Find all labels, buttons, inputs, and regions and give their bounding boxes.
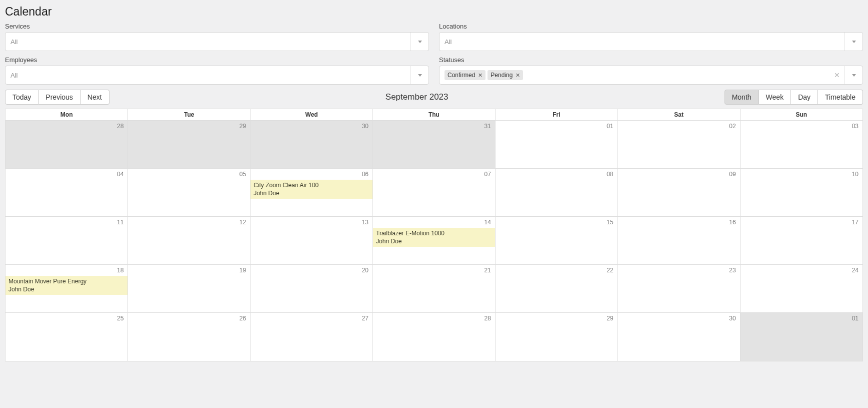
employees-dropdown-indicator[interactable] [410,66,428,84]
calendar-day-cell[interactable]: 20 [250,265,373,313]
calendar-day-cell[interactable]: 11 [6,217,128,265]
employees-placeholder: All [10,72,18,79]
calendar-day-cell[interactable]: 01 [740,313,862,361]
calendar-day-cell[interactable]: 14Trailblazer E-Motion 1000John Doe [373,217,496,265]
calendar-day-cell[interactable]: 18Mountain Mover Pure EnergyJohn Doe [6,265,128,313]
statuses-filter-group: Statuses Confirmed ✕ Pending ✕ ✕ [439,56,863,85]
calendar-day-cell[interactable]: 30 [250,121,373,169]
calendar-event[interactable]: Trailblazer E-Motion 1000John Doe [373,228,495,247]
locations-dropdown-indicator[interactable] [844,33,862,51]
calendar-day-cell[interactable]: 23 [618,265,740,313]
calendar-day-cell[interactable]: 29 [128,121,250,169]
calendar-day-cell[interactable]: 28 [373,313,496,361]
statuses-clear-icon[interactable]: ✕ [830,66,844,84]
calendar-day-cell[interactable]: 05 [128,169,250,217]
day-number: 22 [606,267,613,274]
remove-tag-icon[interactable]: ✕ [478,72,482,79]
day-number: 31 [484,123,491,130]
calendar-day-cell[interactable]: 08 [495,169,618,217]
day-number: 21 [484,267,491,274]
calendar-day-cell[interactable]: 19 [128,265,250,313]
calendar-day-cell[interactable]: 10 [740,169,862,217]
day-number: 03 [852,123,858,130]
nav-button-group: Today Previous Next [5,90,110,105]
timetable-view-button[interactable]: Timetable [818,90,863,105]
calendar-day-cell[interactable]: 13 [250,217,373,265]
event-person: John Doe [254,189,370,197]
event-title: Trailblazer E-Motion 1000 [376,229,492,237]
day-number: 08 [606,171,613,178]
services-placeholder: All [10,38,18,46]
calendar-day-cell[interactable]: 06City Zoom Clean Air 100John Doe [250,169,373,217]
status-tag-label: Confirmed [448,72,475,79]
chevron-down-icon [418,41,422,43]
calendar-event[interactable]: Mountain Mover Pure EnergyJohn Doe [6,276,128,295]
day-number: 23 [729,267,736,274]
remove-tag-icon[interactable]: ✕ [516,72,520,79]
week-view-button[interactable]: Week [759,90,792,105]
chevron-down-icon [852,41,856,43]
previous-button[interactable]: Previous [38,90,80,105]
calendar-day-cell[interactable]: 04 [6,169,128,217]
services-filter-group: Services All [5,23,429,51]
day-number: 04 [117,171,124,178]
next-button[interactable]: Next [80,90,110,105]
day-number: 30 [729,315,736,322]
chevron-down-icon [852,74,856,77]
weekday-header: Tue [128,109,250,121]
calendar-toolbar: Today Previous Next September 2023 Month… [5,90,863,105]
event-title: City Zoom Clean Air 100 [254,181,370,189]
calendar-day-cell[interactable]: 16 [618,217,740,265]
calendar-body: 28293031010203040506City Zoom Clean Air … [6,121,862,361]
day-number: 18 [117,267,124,274]
day-number: 25 [117,315,124,322]
calendar-day-cell[interactable]: 21 [373,265,496,313]
day-number: 01 [852,315,858,322]
day-number: 17 [852,219,858,226]
locations-placeholder: All [444,38,452,46]
calendar-day-cell[interactable]: 25 [6,313,128,361]
calendar-week-row: 040506City Zoom Clean Air 100John Doe070… [6,169,862,217]
services-dropdown-indicator[interactable] [410,33,428,51]
day-number: 16 [729,219,736,226]
calendar-day-cell[interactable]: 22 [495,265,618,313]
calendar-day-cell[interactable]: 28 [6,121,128,169]
locations-select[interactable]: All [439,32,863,51]
day-number: 01 [606,123,613,130]
day-number: 29 [240,123,246,130]
page-title: Calendar [5,5,863,19]
calendar-day-cell[interactable]: 09 [618,169,740,217]
current-period: September 2023 [110,92,724,102]
calendar-day-cell[interactable]: 29 [495,313,618,361]
day-number: 27 [362,315,368,322]
day-number: 15 [606,219,613,226]
calendar-day-cell[interactable]: 01 [495,121,618,169]
calendar-day-cell[interactable]: 12 [128,217,250,265]
calendar-grid: Mon Tue Wed Thu Fri Sat Sun 282930310102… [6,109,862,361]
today-button[interactable]: Today [5,90,38,105]
calendar-day-cell[interactable]: 07 [373,169,496,217]
calendar-week-row: 18Mountain Mover Pure EnergyJohn Doe1920… [6,265,862,313]
services-select[interactable]: All [5,32,429,51]
day-number: 11 [117,219,124,226]
calendar-day-cell[interactable]: 31 [373,121,496,169]
statuses-dropdown-indicator[interactable] [844,66,862,84]
calendar-week-row: 11121314Trailblazer E-Motion 1000John Do… [6,217,862,265]
day-view-button[interactable]: Day [791,90,818,105]
day-number: 07 [484,171,491,178]
calendar-day-cell[interactable]: 17 [740,217,862,265]
day-number: 28 [117,123,124,130]
calendar-day-cell[interactable]: 26 [128,313,250,361]
calendar-day-cell[interactable]: 27 [250,313,373,361]
employees-select[interactable]: All [5,66,429,85]
statuses-select[interactable]: Confirmed ✕ Pending ✕ ✕ [439,66,863,85]
calendar-day-cell[interactable]: 30 [618,313,740,361]
calendar-day-cell[interactable]: 03 [740,121,862,169]
calendar-event[interactable]: City Zoom Clean Air 100John Doe [250,180,372,199]
calendar-day-cell[interactable]: 24 [740,265,862,313]
calendar-day-cell[interactable]: 15 [495,217,618,265]
calendar-week-row: 28293031010203 [6,121,862,169]
chevron-down-icon [418,74,422,77]
calendar-day-cell[interactable]: 02 [618,121,740,169]
month-view-button[interactable]: Month [724,90,759,105]
